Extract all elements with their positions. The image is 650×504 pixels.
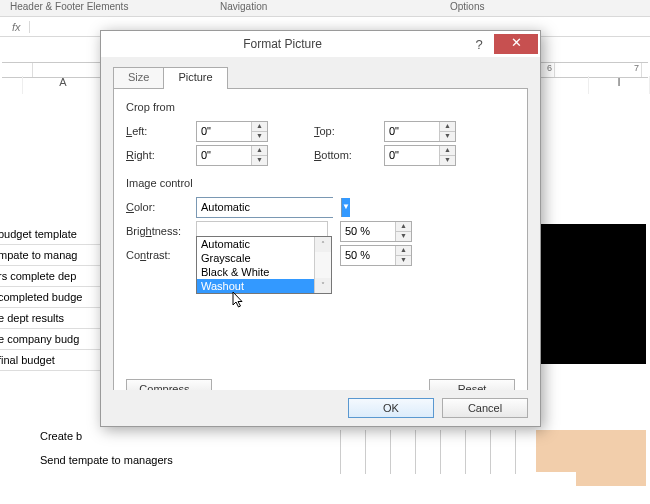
brightness-input[interactable]: ▲▼ — [340, 221, 412, 242]
tab-size[interactable]: Size — [113, 67, 164, 89]
spin-up-icon[interactable]: ▲ — [440, 122, 455, 132]
spin-down-icon[interactable]: ▼ — [252, 156, 267, 165]
spin-up-icon[interactable]: ▲ — [396, 246, 411, 256]
scroll-down-icon[interactable]: ˅ — [315, 278, 331, 293]
picture-panel: Crop from Left: ▲▼ Top: ▲▼ Right: ▲▼ — [113, 88, 528, 410]
crop-left-input[interactable]: ▲▼ — [196, 121, 268, 142]
ribbon-group-labels: Header & Footer Elements Navigation Opti… — [0, 0, 650, 17]
color-option-washout[interactable]: Washout — [197, 279, 331, 293]
color-combobox[interactable]: ▼ — [196, 197, 333, 218]
color-option-automatic[interactable]: Automatic — [197, 237, 331, 251]
crop-right-label: Right: — [126, 149, 196, 161]
spin-down-icon[interactable]: ▼ — [396, 256, 411, 265]
contrast-label: Contrast: — [126, 249, 196, 261]
dialog-titlebar[interactable]: Format Picture ? ✕ — [101, 31, 540, 58]
spin-down-icon[interactable]: ▼ — [252, 132, 267, 141]
chevron-down-icon[interactable]: ▼ — [341, 198, 350, 217]
spin-down-icon[interactable]: ▼ — [396, 232, 411, 241]
spin-down-icon[interactable]: ▼ — [440, 132, 455, 141]
crop-bottom-label: Bottom: — [314, 149, 384, 161]
dialog-tabs: Size Picture — [113, 67, 528, 89]
scroll-up-icon[interactable]: ˄ — [315, 237, 331, 252]
crop-from-label: Crop from — [126, 101, 515, 113]
color-label: Color: — [126, 201, 196, 213]
spin-down-icon[interactable]: ▼ — [440, 156, 455, 165]
format-picture-dialog: Format Picture ? ✕ Size Picture Crop fro… — [100, 30, 541, 427]
color-dropdown-list[interactable]: Automatic Grayscale Black & White Washou… — [196, 236, 332, 294]
fx-label: fx — [12, 21, 30, 33]
dropdown-scrollbar[interactable]: ˄ ˅ — [314, 237, 331, 293]
crop-right-input[interactable]: ▲▼ — [196, 145, 268, 166]
spin-up-icon[interactable]: ▲ — [440, 146, 455, 156]
contrast-input[interactable]: ▲▼ — [340, 245, 412, 266]
dialog-title: Format Picture — [101, 37, 464, 51]
spin-up-icon[interactable]: ▲ — [396, 222, 411, 232]
cancel-button[interactable]: Cancel — [442, 398, 528, 418]
spin-up-icon[interactable]: ▲ — [252, 146, 267, 156]
crop-bottom-input[interactable]: ▲▼ — [384, 145, 456, 166]
image-control-label: Image control — [126, 177, 515, 189]
background-gridlines — [340, 430, 540, 474]
color-option-grayscale[interactable]: Grayscale — [197, 251, 331, 265]
tab-picture[interactable]: Picture — [163, 67, 227, 89]
crop-left-label: Left: — [126, 125, 196, 137]
color-option-black-white[interactable]: Black & White — [197, 265, 331, 279]
ok-button[interactable]: OK — [348, 398, 434, 418]
crop-top-input[interactable]: ▲▼ — [384, 121, 456, 142]
spin-up-icon[interactable]: ▲ — [252, 122, 267, 132]
gantt-bar-tan-2 — [576, 466, 646, 486]
gantt-bar-black — [526, 224, 646, 364]
dialog-footer: OK Cancel — [101, 390, 540, 426]
help-button[interactable]: ? — [464, 37, 494, 52]
background-bottom-rows: Create b Send tempate to managers — [40, 430, 173, 478]
brightness-label: Brightness: — [126, 225, 196, 237]
crop-top-label: Top: — [314, 125, 384, 137]
close-button[interactable]: ✕ — [494, 34, 538, 54]
